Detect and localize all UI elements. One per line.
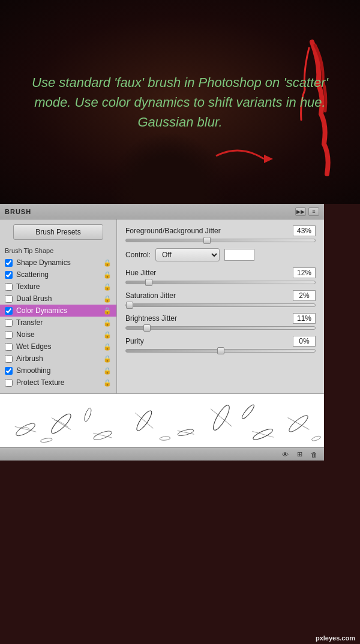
grid-icon[interactable]: ⊞: [294, 450, 305, 459]
fg-bg-jitter-slider[interactable]: [125, 239, 316, 242]
transfer-label: Transfer: [16, 318, 43, 327]
control-empty-field: [224, 249, 254, 261]
sidebar-item-wet-edges[interactable]: Wet Edges 🔒: [0, 341, 116, 353]
bottom-bar: 👁 ⊞ 🗑: [0, 447, 324, 461]
color-dynamics-label: Color Dynamics: [16, 306, 67, 315]
panel-menu-btn[interactable]: ≡: [308, 207, 319, 216]
brush-tip-shape-label: Brush Tip Shape: [0, 245, 116, 257]
sidebar-item-texture[interactable]: Texture 🔒: [0, 281, 116, 293]
purity-label: Purity: [125, 337, 144, 345]
sidebar-item-noise[interactable]: Noise 🔒: [0, 329, 116, 341]
saturation-jitter-thumb[interactable]: [126, 302, 133, 309]
svg-point-1: [14, 421, 37, 438]
svg-point-18: [83, 407, 93, 422]
sidebar-item-color-dynamics[interactable]: Color Dynamics 🔒: [0, 305, 116, 317]
instruction-text: Use standard 'faux' brush in Photoshop o…: [0, 61, 360, 144]
brush-presets-button[interactable]: Brush Presets: [13, 224, 103, 240]
scattering-lock: 🔒: [103, 271, 112, 279]
saturation-jitter-control: Saturation Jitter 2%: [125, 290, 316, 307]
svg-point-21: [311, 435, 322, 442]
svg-marker-0: [264, 155, 273, 163]
fg-bg-jitter-value: 43%: [293, 225, 316, 236]
sidebar-item-dual-brush[interactable]: Dual Brush 🔒: [0, 293, 116, 305]
sidebar-item-airbrush[interactable]: Airbrush 🔒: [0, 353, 116, 365]
eye-icon[interactable]: 👁: [280, 450, 290, 459]
smoothing-checkbox[interactable]: [5, 367, 13, 375]
color-dynamics-lock: 🔒: [103, 307, 112, 315]
noise-lock: 🔒: [103, 331, 112, 339]
svg-point-17: [40, 437, 53, 443]
airbrush-lock: 🔒: [103, 355, 112, 363]
noise-checkbox[interactable]: [5, 331, 13, 339]
protect-texture-label: Protect Texture: [16, 378, 64, 387]
saturation-jitter-slider[interactable]: [125, 303, 316, 307]
airbrush-checkbox[interactable]: [5, 355, 13, 363]
sidebar-item-scattering[interactable]: Scattering 🔒: [0, 269, 116, 281]
control-dropdown-row: Control: Off Fade Pen Pressure Pen Tilt: [125, 248, 316, 261]
wet-edges-checkbox[interactable]: [5, 343, 13, 351]
feather-preview-svg: [0, 394, 324, 447]
panel-header: BRUSH ▶▶ ≡: [0, 204, 324, 219]
purity-control: Purity 0%: [125, 336, 316, 353]
fg-bg-jitter-control: Foreground/Background Jitter 43%: [125, 225, 316, 242]
hue-jitter-slider[interactable]: [125, 281, 316, 284]
texture-checkbox[interactable]: [5, 283, 13, 291]
shape-dynamics-checkbox[interactable]: [5, 259, 13, 267]
hue-jitter-label: Hue Jitter: [125, 269, 156, 277]
fg-bg-jitter-label: Foreground/Background Jitter: [125, 227, 221, 235]
panel-forward-btn[interactable]: ▶▶: [295, 207, 306, 216]
dual-brush-label: Dual Brush: [16, 294, 52, 303]
sidebar-item-shape-dynamics[interactable]: Shape Dynamics 🔒: [0, 257, 116, 269]
airbrush-label: Airbrush: [16, 354, 43, 363]
dual-brush-lock: 🔒: [103, 295, 112, 303]
brightness-jitter-control: Brightness Jitter 11%: [125, 313, 316, 330]
shape-dynamics-lock: 🔒: [103, 259, 112, 267]
sidebar-item-protect-texture[interactable]: Protect Texture 🔒: [0, 377, 116, 389]
scattering-checkbox[interactable]: [5, 271, 13, 279]
panel-title: BRUSH: [5, 208, 31, 215]
fg-bg-jitter-thumb[interactable]: [203, 237, 211, 244]
shape-dynamics-label: Shape Dynamics: [16, 258, 71, 267]
wet-edges-label: Wet Edges: [16, 342, 51, 351]
purity-slider[interactable]: [125, 349, 316, 353]
svg-line-14: [252, 431, 274, 437]
brightness-jitter-value: 11%: [293, 313, 316, 324]
purity-thumb[interactable]: [217, 347, 224, 354]
left-sidebar: Brush Presets Brush Tip Shape Shape Dyna…: [0, 219, 117, 393]
scattering-label: Scattering: [16, 270, 49, 279]
wet-edges-lock: 🔒: [103, 343, 112, 351]
smoothing-label: Smoothing: [16, 366, 50, 375]
hue-jitter-thumb[interactable]: [145, 279, 152, 286]
noise-label: Noise: [16, 330, 35, 339]
protect-texture-lock: 🔒: [103, 379, 112, 387]
svg-line-4: [52, 418, 71, 430]
brush-preview-area: [0, 393, 324, 447]
brightness-jitter-label: Brightness Jitter: [125, 314, 177, 323]
hue-jitter-value: 12%: [293, 267, 316, 278]
protect-texture-checkbox[interactable]: [5, 379, 13, 387]
texture-lock: 🔒: [103, 283, 112, 291]
panel-body: Brush Presets Brush Tip Shape Shape Dyna…: [0, 219, 324, 393]
color-dynamics-checkbox[interactable]: [5, 307, 13, 315]
sidebar-item-transfer[interactable]: Transfer 🔒: [0, 317, 116, 329]
sidebar-item-smoothing[interactable]: Smoothing 🔒: [0, 365, 116, 377]
panel-controls: ▶▶ ≡: [295, 207, 319, 216]
hue-jitter-control: Hue Jitter 12%: [125, 267, 316, 284]
control-label: Control:: [125, 251, 151, 259]
trash-icon[interactable]: 🗑: [308, 450, 319, 459]
brightness-jitter-thumb[interactable]: [143, 324, 151, 332]
watermark: pxleyes.com: [316, 634, 355, 642]
dual-brush-checkbox[interactable]: [5, 295, 13, 303]
control-select[interactable]: Off Fade Pen Pressure Pen Tilt: [155, 248, 220, 261]
svg-point-19: [160, 436, 170, 440]
texture-label: Texture: [16, 282, 40, 291]
svg-point-20: [241, 404, 256, 420]
brightness-jitter-slider[interactable]: [125, 326, 316, 330]
brush-panel: BRUSH ▶▶ ≡ Brush Presets Brush Tip Shape…: [0, 204, 324, 461]
smoothing-lock: 🔒: [103, 367, 112, 375]
transfer-checkbox[interactable]: [5, 319, 13, 327]
saturation-jitter-label: Saturation Jitter: [125, 291, 176, 300]
right-panel: Foreground/Background Jitter 43% Control…: [117, 219, 324, 393]
purity-value: 0%: [293, 336, 316, 347]
transfer-lock: 🔒: [103, 319, 112, 327]
